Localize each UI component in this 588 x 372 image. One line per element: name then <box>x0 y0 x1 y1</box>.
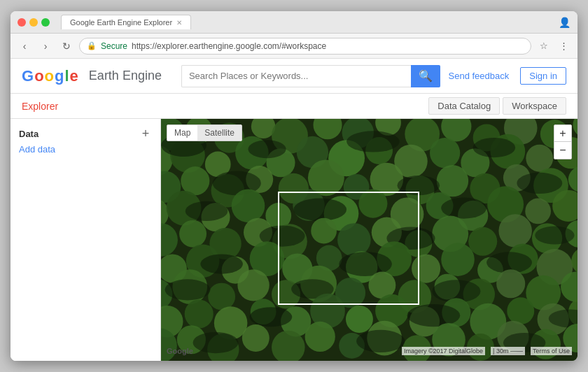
map-type-satellite-button[interactable]: Satellite <box>197 125 241 141</box>
top-nav: Google Earth Engine 🔍 Send feedback Sign… <box>10 59 578 94</box>
app-name: Earth Engine <box>89 69 162 83</box>
search-bar: 🔍 <box>181 65 440 87</box>
sidebar-header: Data + <box>19 127 152 140</box>
svg-point-32 <box>473 138 516 157</box>
nav-right: Send feedback Sign in <box>449 67 566 85</box>
desktop: Google Earth Engine Explorer ✕ 👤 ‹ › ↻ 🔒… <box>0 0 588 372</box>
svg-point-53 <box>232 189 265 223</box>
traffic-lights <box>18 18 50 27</box>
terms-link[interactable]: Terms of Use <box>531 347 572 355</box>
search-button[interactable]: 🔍 <box>411 65 440 87</box>
svg-point-31 <box>346 131 400 152</box>
svg-point-49 <box>517 173 562 194</box>
url-display: https://explorer.earthengine.google.com/… <box>132 41 326 51</box>
svg-point-104 <box>237 269 269 301</box>
minimize-button[interactable] <box>29 18 38 27</box>
svg-point-66 <box>441 197 486 218</box>
workspace-button[interactable]: Workspace <box>503 97 566 115</box>
forward-button[interactable]: › <box>37 38 54 55</box>
svg-point-115 <box>165 279 211 300</box>
google-e: e <box>70 67 78 85</box>
svg-point-140 <box>305 322 335 352</box>
explorer-label: Explorer <box>22 101 58 112</box>
close-button[interactable] <box>18 18 26 27</box>
svg-point-129 <box>507 297 534 324</box>
imagery-attribution: Imagery ©2017 DigitalGlobe <box>402 347 485 355</box>
url-secure-text: Secure <box>101 41 127 51</box>
tab-close-icon[interactable]: ✕ <box>176 19 182 27</box>
svg-point-149 <box>193 332 239 353</box>
data-section-label: Data <box>19 129 38 139</box>
svg-point-132 <box>250 307 293 327</box>
svg-point-65 <box>186 201 228 221</box>
secure-icon: 🔒 <box>87 41 97 50</box>
browser-tab[interactable]: Google Earth Engine Explorer ✕ <box>61 15 191 29</box>
data-catalog-button[interactable]: Data Catalog <box>428 97 500 115</box>
bookmark-icon[interactable]: ☆ <box>536 38 552 55</box>
sub-nav-buttons: Data Catalog Workspace <box>428 97 566 115</box>
google-g2: g <box>55 67 63 85</box>
google-l: l <box>64 67 68 85</box>
svg-point-112 <box>496 269 525 298</box>
maximize-button[interactable] <box>41 18 50 27</box>
svg-point-98 <box>200 255 243 274</box>
svg-point-119 <box>185 299 214 328</box>
selection-rectangle <box>278 192 419 306</box>
google-g: G <box>22 67 33 85</box>
satellite-view: Google Imagery ©2017 DigitalGlobe | 30m … <box>161 119 578 361</box>
google-watermark: Google <box>167 347 193 355</box>
svg-point-62 <box>525 199 551 224</box>
account-icon[interactable]: 👤 <box>559 17 570 28</box>
google-logo: Google <box>22 67 78 85</box>
add-data-icon[interactable]: + <box>139 127 152 140</box>
svg-point-83 <box>535 227 574 245</box>
address-bar: ‹ › ↻ 🔒 Secure https://explorer.eartheng… <box>10 34 578 59</box>
browser-window: Google Earth Engine Explorer ✕ 👤 ‹ › ↻ 🔒… <box>10 11 578 361</box>
sign-in-button[interactable]: Sign in <box>520 67 566 85</box>
svg-point-93 <box>441 243 475 276</box>
svg-point-103 <box>208 283 235 310</box>
main-content: Data + Add data Map Satellite + − <box>10 119 578 361</box>
svg-point-150 <box>356 330 405 352</box>
svg-point-42 <box>437 165 468 196</box>
map-attribution: Imagery ©2017 DigitalGlobe | 30m —— Term… <box>402 347 572 355</box>
svg-point-138 <box>242 324 270 352</box>
search-input[interactable] <box>181 65 411 87</box>
google-o2: o <box>45 67 53 85</box>
svg-point-68 <box>179 220 206 248</box>
svg-point-24 <box>430 138 460 168</box>
zoom-out-button[interactable]: − <box>554 142 571 159</box>
map-type-map-button[interactable]: Map <box>167 125 197 141</box>
svg-point-124 <box>346 306 373 333</box>
svg-point-30 <box>248 140 286 158</box>
map-type-controls: Map Satellite <box>167 124 242 141</box>
svg-point-78 <box>498 214 532 248</box>
svg-point-77 <box>468 227 497 256</box>
google-o1: o <box>34 67 43 85</box>
add-data-link[interactable]: Add data <box>19 144 152 155</box>
address-input[interactable]: 🔒 Secure https://explorer.earthengine.go… <box>79 38 531 55</box>
menu-icon[interactable]: ⋮ <box>555 38 572 55</box>
address-bar-actions: ☆ ⋮ <box>536 38 572 55</box>
svg-point-27 <box>526 145 553 172</box>
sidebar: Data + Add data <box>10 119 161 361</box>
back-button[interactable]: ‹ <box>16 38 33 55</box>
url-text: https://explorer.earthengine.google.com/… <box>132 41 326 51</box>
zoom-controls: + − <box>554 124 572 159</box>
refresh-button[interactable]: ↻ <box>58 38 75 55</box>
sub-nav: Explorer Data Catalog Workspace <box>10 94 578 119</box>
zoom-in-button[interactable]: + <box>554 125 571 142</box>
tab-title: Google Earth Engine Explorer <box>70 18 172 27</box>
map-area[interactable]: Map Satellite + − <box>161 119 578 361</box>
title-bar: Google Earth Engine Explorer ✕ 👤 <box>10 11 578 34</box>
send-feedback-link[interactable]: Send feedback <box>449 71 510 81</box>
scale-text: | 30m —— <box>491 347 525 355</box>
tab-bar: Google Earth Engine Explorer ✕ <box>61 15 553 29</box>
page-content: Google Earth Engine 🔍 Send feedback Sign… <box>10 59 578 361</box>
google-watermark-text: Google <box>167 347 193 355</box>
